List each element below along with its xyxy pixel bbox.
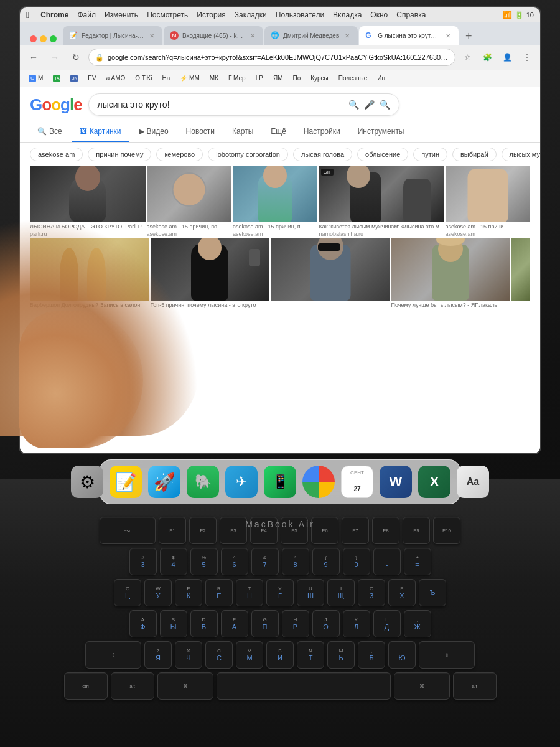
dock-telegram[interactable]: ✈ (225, 466, 258, 498)
key-f9[interactable]: F9 (403, 517, 430, 544)
key-t-n[interactable]: TН (236, 579, 263, 606)
key-period-yu[interactable]: .Ю (388, 641, 416, 669)
image-card-9[interactable]: Почему лучше быть лысым? - ЯПлакаль (391, 238, 511, 309)
chip-baldness[interactable]: облысение (357, 148, 408, 161)
key-semi-zh[interactable]: ;Ж (404, 610, 431, 637)
key-f-a[interactable]: FА (221, 610, 248, 637)
key-equals[interactable]: += (404, 548, 431, 575)
key-5[interactable]: %5 (190, 548, 218, 575)
key-j-o[interactable]: JО (312, 610, 340, 637)
dock-chrome[interactable] (302, 466, 335, 498)
key-f10[interactable]: F10 (433, 517, 460, 544)
bookmark-poleznye[interactable]: Полезные (335, 73, 371, 83)
chip-bald-head[interactable]: лысая голова (293, 148, 352, 161)
image-card-2[interactable]: asekose.am - 15 причин, по... asekose.am (147, 166, 231, 237)
tab-gmail[interactable]: M Входящие (465) - krasnov60... ✕ (164, 26, 263, 45)
dock-evernote[interactable]: 🐘 (187, 466, 219, 498)
key-o-z[interactable]: OЗ (358, 579, 385, 606)
image-card-5[interactable]: asekose.am - 15 причи... asekose.am (446, 166, 530, 237)
menu-view[interactable]: Посмотреть (147, 11, 188, 19)
forward-button[interactable]: → (46, 49, 63, 66)
bookmark-in[interactable]: Ин (373, 73, 389, 83)
back-button[interactable]: ← (25, 49, 42, 66)
tab-video[interactable]: ▶ Видео (131, 122, 176, 142)
tab-tools[interactable]: Инструменты (350, 122, 412, 142)
bookmark-ta[interactable]: TA (49, 73, 64, 83)
key-a-f[interactable]: AФ (129, 610, 157, 637)
bookmark-ym[interactable]: ЯМ (269, 73, 287, 83)
image-card-4[interactable]: GIF Как живется лысым мужчинам: «Лысина … (319, 166, 444, 237)
bookmark-kursy[interactable]: Курсы (307, 73, 332, 83)
key-f8[interactable]: F8 (372, 517, 399, 544)
tab-more[interactable]: Ещё (263, 122, 294, 142)
bookmark-mm[interactable]: ⚡ MM (176, 73, 203, 83)
key-bracket-hard[interactable]: Ъ (419, 579, 446, 606)
chip-kemerovo[interactable]: кемерово (156, 148, 203, 161)
key-comma-b[interactable]: ,Б (358, 641, 385, 669)
new-tab-button[interactable]: + (460, 27, 477, 45)
key-m-soft[interactable]: MЬ (327, 641, 355, 669)
image-search-icon[interactable]: 🔍 (348, 100, 359, 110)
minimize-button[interactable] (40, 35, 47, 42)
dock-word[interactable]: W (380, 466, 412, 498)
image-card-3[interactable]: asekose.am - 15 причин, п... asekose.am (233, 166, 317, 237)
bookmark-ev[interactable]: EV (84, 73, 100, 83)
key-v-m[interactable]: VМ (236, 641, 263, 669)
tab-close-medvedev[interactable]: ✕ (343, 31, 352, 40)
bookmarks-star-button[interactable]: ☆ (459, 49, 475, 65)
menu-window[interactable]: Окно (370, 11, 388, 19)
tab-medvedev[interactable]: 🌐 Дмитрий Медведев ✕ (264, 26, 358, 45)
close-button[interactable] (30, 35, 37, 42)
dock-excel[interactable]: X (418, 466, 450, 498)
key-shift-right[interactable]: ⇧ (419, 641, 475, 669)
bookmark-google[interactable]: G M (25, 73, 47, 83)
menu-file[interactable]: Файл (77, 11, 96, 19)
bookmark-amo[interactable]: a AMO (103, 73, 129, 83)
image-card-10[interactable] (511, 238, 530, 301)
key-i-shch[interactable]: IЩ (327, 579, 355, 606)
key-l-d[interactable]: LД (373, 610, 401, 637)
extensions-button[interactable]: 🧩 (479, 49, 495, 65)
dock-launchpad[interactable]: 🚀 (148, 466, 180, 498)
key-ctrl[interactable]: ctrl (64, 672, 108, 700)
bookmark-po[interactable]: По (289, 73, 304, 83)
tab-news[interactable]: Новости (179, 122, 222, 142)
key-x-ch[interactable]: XЧ (175, 641, 202, 669)
key-9[interactable]: (9 (312, 548, 340, 575)
chip-reason[interactable]: причин почему (88, 148, 151, 161)
menu-button[interactable]: ⋮ (519, 49, 535, 65)
tab-all[interactable]: 🔍 Все (30, 122, 70, 142)
profile-button[interactable]: 👤 (499, 49, 515, 65)
bookmark-mk[interactable]: МК (206, 73, 222, 83)
key-f7[interactable]: F7 (342, 517, 369, 544)
menu-tab[interactable]: Вкладка (333, 11, 362, 19)
key-alt-right[interactable]: alt (453, 672, 497, 700)
image-card-8[interactable] (271, 238, 390, 303)
tab-close-google[interactable]: ✕ (444, 31, 452, 40)
key-f6[interactable]: F6 (311, 517, 338, 544)
key-c-s[interactable]: CС (205, 641, 233, 669)
key-6[interactable]: ^6 (221, 548, 248, 575)
reload-button[interactable]: ↻ (67, 49, 85, 66)
dock-settings[interactable]: ⚙ (71, 466, 103, 498)
key-h-r[interactable]: HР (282, 610, 309, 637)
key-d-v[interactable]: DВ (190, 610, 218, 637)
key-b-i[interactable]: BИ (266, 641, 294, 669)
dock-whatsapp[interactable]: 📱 (264, 466, 296, 498)
bookmark-docs[interactable]: Г Мер (225, 73, 250, 83)
tab-close-gmail[interactable]: ✕ (248, 31, 257, 40)
key-z-ya[interactable]: ZЯ (144, 641, 172, 669)
key-w-u[interactable]: WУ (144, 579, 172, 606)
tab-google-active[interactable]: G G лысина это круто! – Google П... ✕ (359, 26, 459, 45)
tab-close-editor[interactable]: ✕ (147, 31, 156, 40)
key-f2[interactable]: F2 (189, 517, 217, 544)
bookmark-na[interactable]: На (159, 73, 174, 83)
tab-maps[interactable]: Карты (225, 122, 261, 142)
tab-editor[interactable]: 📝 Редактор | Лысина-это при... ✕ (63, 26, 162, 45)
key-cmd-left[interactable]: ⌘ (157, 672, 213, 700)
tab-settings[interactable]: Настройки (296, 122, 348, 142)
key-p-kh[interactable]: PХ (388, 579, 416, 606)
chip-bald-men[interactable]: лысых му... (502, 148, 540, 161)
dock-notes[interactable]: 📝 (110, 466, 142, 498)
bookmark-bk[interactable]: BK (67, 73, 82, 83)
